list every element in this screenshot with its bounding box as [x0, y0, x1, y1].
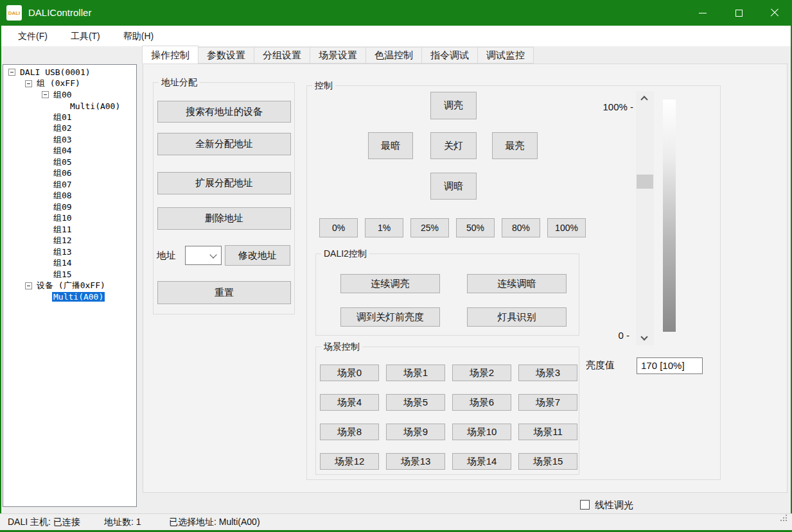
assign-new-addresses-button[interactable]: 全新分配地址: [157, 133, 291, 155]
dim-button[interactable]: 调暗: [430, 173, 477, 200]
collapse-box-icon[interactable]: [42, 91, 49, 98]
brightness-value-field[interactable]: 170 [10%]: [637, 357, 703, 374]
tab-5[interactable]: 指令调试: [421, 47, 478, 64]
tab-6[interactable]: 调试监控: [477, 47, 534, 64]
scene-button-4[interactable]: 场景4: [320, 394, 379, 411]
address-allocation-group-title: 地址分配: [159, 77, 200, 89]
minimize-button[interactable]: [688, 0, 717, 26]
scene-button-12[interactable]: 场景12: [320, 453, 379, 470]
collapse-box-icon[interactable]: [8, 69, 15, 76]
scene-button-8[interactable]: 场景8: [320, 424, 379, 440]
tree-item[interactable]: 组 (0xFF): [3, 78, 136, 90]
tree-item[interactable]: Multi(A00): [3, 101, 136, 112]
scene-button-5[interactable]: 场景5: [386, 394, 445, 411]
chevron-up-icon[interactable]: [640, 96, 647, 103]
extend-assign-addresses-button[interactable]: 扩展分配地址: [157, 172, 291, 194]
tree-item[interactable]: 设备 (广播0xFF): [3, 280, 136, 292]
search-addressed-devices-button[interactable]: 搜索有地址的设备: [157, 101, 291, 123]
percent-button-2[interactable]: 25%: [410, 218, 449, 237]
tree-item-label: 组09: [52, 202, 73, 213]
tree-item[interactable]: 组10: [3, 213, 136, 225]
tab-0[interactable]: 操作控制: [142, 46, 198, 64]
tree-item-label: 组15: [52, 269, 73, 280]
close-button[interactable]: [760, 0, 789, 26]
menu-item-2[interactable]: 帮助(H): [117, 26, 160, 46]
scrollbar-thumb[interactable]: [637, 175, 653, 189]
tree-item[interactable]: 组12: [3, 236, 136, 247]
dali2-button-2[interactable]: 调到关灯前亮度: [340, 307, 440, 327]
tree-item-label: 组01: [52, 112, 73, 123]
tab-strip: 操作控制参数设置分组设置场景设置色温控制指令调试调试监控: [143, 46, 534, 64]
dali2-button-3[interactable]: 灯具识别: [467, 307, 567, 327]
tree-item[interactable]: 组00: [3, 89, 136, 101]
brightest-button[interactable]: 最亮: [492, 132, 538, 159]
tree-item-label: 组11: [52, 224, 73, 236]
menu-item-0[interactable]: 文件(F): [12, 26, 54, 46]
scene-control-group-title: 场景控制: [321, 341, 362, 353]
percent-button-5[interactable]: 100%: [547, 218, 586, 237]
tree-item-label: Multi(A00): [52, 292, 105, 302]
tree-item-label: 组 (0xFF): [35, 78, 82, 89]
collapse-box-icon[interactable]: [25, 282, 32, 289]
maximize-button[interactable]: [724, 0, 753, 26]
window-title: DALIController: [28, 0, 91, 26]
tree-item-label: 设备 (广播0xFF): [35, 280, 107, 291]
scene-button-6[interactable]: 场景6: [452, 394, 511, 411]
tree-item[interactable]: 组09: [3, 202, 136, 213]
scene-button-14[interactable]: 场景14: [452, 453, 511, 470]
percent-button-4[interactable]: 80%: [502, 218, 540, 237]
percent-button-3[interactable]: 50%: [456, 218, 495, 237]
tab-2[interactable]: 分组设置: [254, 47, 310, 64]
tree-item[interactable]: 组05: [3, 157, 136, 168]
tab-1[interactable]: 参数设置: [198, 47, 254, 64]
tree-item[interactable]: DALI USB(0001): [3, 67, 136, 78]
percent-button-1[interactable]: 1%: [365, 218, 403, 237]
linear-dimming-checkbox[interactable]: [580, 500, 590, 510]
dali2-button-1[interactable]: 连续调暗: [467, 274, 567, 293]
collapse-box-icon[interactable]: [25, 80, 32, 87]
app-icon-text: DALI: [8, 10, 21, 16]
menu-item-1[interactable]: 工具(T): [64, 26, 107, 46]
scene-button-1[interactable]: 场景1: [386, 365, 445, 381]
app-icon: DALI: [6, 5, 22, 21]
tab-3[interactable]: 场景设置: [310, 47, 366, 64]
percent-button-0[interactable]: 0%: [319, 218, 358, 237]
linear-dimming-label: 线性调光: [595, 499, 633, 511]
scene-button-7[interactable]: 场景7: [518, 394, 577, 411]
tree-item[interactable]: 组08: [3, 191, 136, 202]
scene-button-15[interactable]: 场景15: [518, 453, 577, 470]
brightness-scrollbar[interactable]: [636, 91, 654, 345]
light-off-button[interactable]: 关灯: [430, 132, 477, 159]
scene-button-2[interactable]: 场景2: [452, 365, 511, 381]
tree-item[interactable]: 组15: [3, 269, 136, 280]
tree-item[interactable]: 组13: [3, 246, 136, 258]
reset-button[interactable]: 重置: [157, 281, 291, 304]
scene-button-13[interactable]: 场景13: [386, 453, 445, 470]
status-selected-address: 已选择地址: Multi(A00): [169, 517, 260, 528]
device-tree[interactable]: DALI USB(0001)组 (0xFF)组00Multi(A00)组01组0…: [3, 64, 137, 507]
delete-address-button[interactable]: 删除地址: [157, 207, 291, 230]
tree-item[interactable]: 组14: [3, 258, 136, 270]
chevron-down-icon[interactable]: [640, 333, 647, 340]
tree-item[interactable]: 组06: [3, 168, 136, 180]
scene-button-3[interactable]: 场景3: [518, 365, 577, 381]
tree-item[interactable]: 组07: [3, 179, 136, 191]
minimize-icon: [699, 13, 707, 13]
scene-button-0[interactable]: 场景0: [320, 365, 379, 381]
modify-address-button[interactable]: 修改地址: [225, 245, 290, 266]
address-combobox[interactable]: [185, 246, 222, 265]
tree-item[interactable]: 组11: [3, 224, 136, 236]
tree-item[interactable]: 组04: [3, 146, 136, 157]
tree-item[interactable]: 组02: [3, 123, 136, 135]
tree-item[interactable]: 组03: [3, 134, 136, 146]
tree-item[interactable]: Multi(A00): [3, 291, 136, 303]
scene-button-9[interactable]: 场景9: [386, 424, 445, 440]
scene-button-10[interactable]: 场景10: [452, 424, 511, 440]
brighten-button[interactable]: 调亮: [430, 92, 477, 119]
scene-button-11[interactable]: 场景11: [518, 424, 577, 440]
tree-item[interactable]: 组01: [3, 112, 136, 123]
dimmest-button[interactable]: 最暗: [368, 132, 413, 159]
tab-4[interactable]: 色温控制: [365, 47, 422, 64]
resize-grip-icon[interactable]: [786, 520, 787, 521]
dali2-button-0[interactable]: 连续调亮: [340, 274, 440, 293]
